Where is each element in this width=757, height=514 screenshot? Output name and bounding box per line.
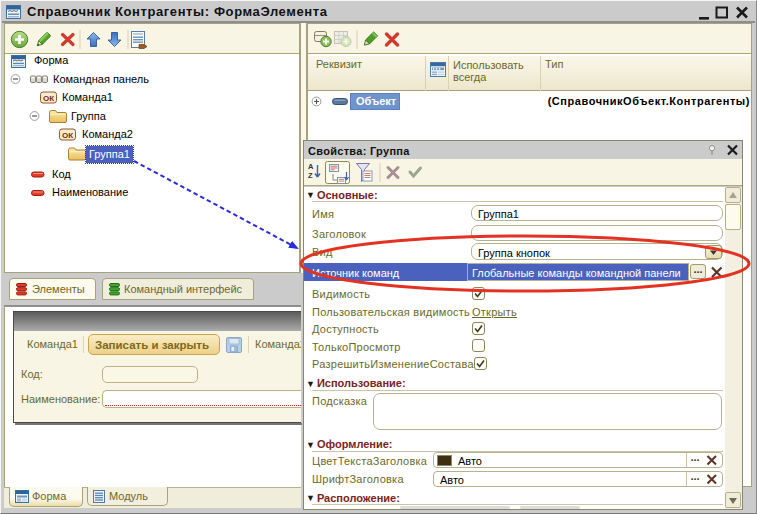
svg-text:A: A	[308, 162, 314, 171]
svg-text:Z: Z	[308, 171, 313, 180]
